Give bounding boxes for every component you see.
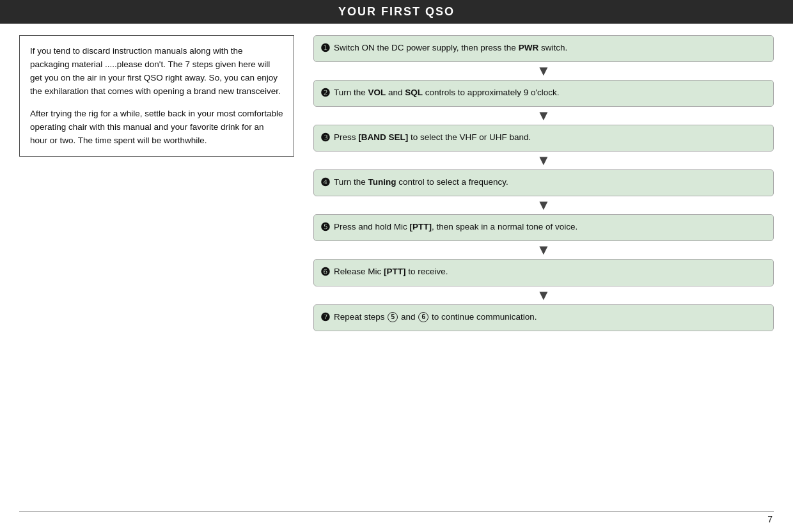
ref-step5: 5	[388, 312, 398, 322]
arrow-2: ▼	[313, 107, 774, 125]
page-title: YOUR FIRST QSO	[0, 5, 793, 19]
arrow-4: ▼	[313, 196, 774, 214]
step-2-num: ❷	[320, 86, 330, 100]
step-2-text: Turn the VOL and SQL controls to approxi…	[334, 86, 766, 99]
right-panel: ❶ Switch ON the DC power supply, then pr…	[313, 35, 774, 501]
step-3-box: ❸ Press [BAND SEL] to select the VHF or …	[313, 125, 774, 152]
arrow-3: ▼	[313, 152, 774, 169]
content-area: If you tend to discard instruction manua…	[0, 24, 793, 508]
step-6-num: ❻	[320, 265, 330, 279]
step-7-text: Repeat steps 5 and 6 to continue communi…	[334, 311, 766, 324]
step-7-box: ❼ Repeat steps 5 and 6 to continue commu…	[313, 304, 774, 331]
step-6-text: Release Mic [PTT] to receive.	[334, 265, 766, 278]
step-5-box: ❺ Press and hold Mic [PTT], then speak i…	[313, 214, 774, 241]
step-4-box: ❹ Turn the Tuning control to select a fr…	[313, 169, 774, 196]
page-number: 7	[19, 514, 774, 524]
page-header: YOUR FIRST QSO	[0, 0, 793, 24]
step-3-num: ❸	[320, 131, 330, 145]
step-5-text: Press and hold Mic [PTT], then speak in …	[334, 221, 766, 233]
arrow-1: ▼	[313, 62, 774, 80]
step-1-num: ❶	[320, 42, 330, 56]
footer-divider	[19, 511, 774, 512]
page-footer: 7	[0, 511, 793, 524]
step-1-text: Switch ON the DC power supply, then pres…	[334, 42, 766, 54]
ref-step6: 6	[418, 312, 428, 322]
step-4-text: Turn the Tuning control to select a freq…	[334, 176, 766, 189]
step-3-text: Press [BAND SEL] to select the VHF or UH…	[334, 131, 766, 144]
step-2-box: ❷ Turn the VOL and SQL controls to appro…	[313, 80, 774, 107]
step-1-box: ❶ Switch ON the DC power supply, then pr…	[313, 35, 774, 62]
arrow-5: ▼	[313, 241, 774, 259]
left-panel: If you tend to discard instruction manua…	[19, 35, 294, 157]
step-6-box: ❻ Release Mic [PTT] to receive.	[313, 259, 774, 286]
arrow-6: ▼	[313, 286, 774, 304]
step-5-num: ❺	[320, 221, 330, 235]
step-4-num: ❹	[320, 176, 330, 190]
left-paragraph-2: After trying the rig for a while, settle…	[30, 107, 283, 148]
step-7-num: ❼	[320, 311, 330, 325]
left-paragraph-1: If you tend to discard instruction manua…	[30, 45, 283, 98]
